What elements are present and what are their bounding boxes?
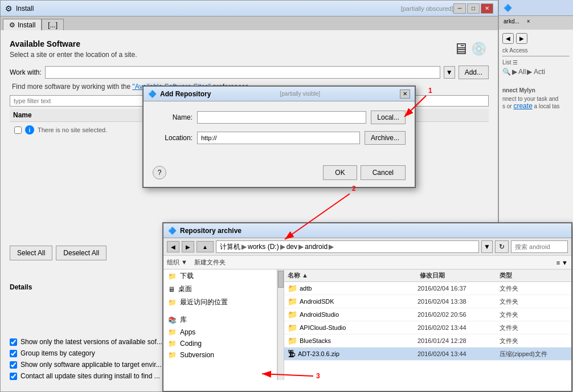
right-nav-back[interactable]: ◀ <box>502 33 514 44</box>
nav-up-button[interactable]: ▲ <box>197 241 214 252</box>
checkbox-group[interactable] <box>10 350 17 357</box>
file-row-androidstudio[interactable]: 📁 AndroidStudio 2016/02/02 20:56 文件夹 <box>284 308 571 321</box>
help-button[interactable]: ? <box>153 166 166 179</box>
info-icon: i <box>25 125 34 134</box>
file-row-androidsdk[interactable]: 📁 AndroidSDK 2016/02/04 13:38 文件夹 <box>284 295 571 308</box>
right-panel-content: ◀ ▶ ck Access List ☰ 🔍 ▶ All ▶ Acti nnec… <box>499 30 573 113</box>
list-icon-1: 🔍 <box>502 68 511 76</box>
name-input[interactable] <box>197 111 366 124</box>
add-repository-dialog: 🔷 Add Repository [partially visible] ✕ N… <box>142 85 416 188</box>
bluestacks-name: BlueStacks <box>300 337 415 344</box>
tab-install[interactable]: ⚙ Install <box>3 19 42 30</box>
dialog-action-buttons: OK Cancel <box>323 165 406 180</box>
maximize-button[interactable]: □ <box>467 3 480 14</box>
work-with-dropdown[interactable]: ▼ <box>444 66 455 79</box>
refresh-button[interactable]: ↻ <box>495 240 509 253</box>
cancel-button[interactable]: Cancel <box>361 165 406 180</box>
checkbox-target[interactable] <box>10 361 17 369</box>
install-window-title: Install <box>16 5 401 13</box>
software-sites-prefix: Find more software by working with the <box>12 83 132 91</box>
file-row-adtb[interactable]: 📁 adtb 2016/02/04 16:37 文件夹 <box>284 282 571 295</box>
dialog-close-button[interactable]: ✕ <box>400 89 410 99</box>
deselect-all-button[interactable]: Deselect All <box>56 246 107 260</box>
nav-forward-button[interactable]: ▶ <box>182 241 194 252</box>
work-with-input[interactable] <box>45 66 440 79</box>
no-site-text: There is no site selected. <box>38 126 107 133</box>
list-label-all: All <box>518 68 526 76</box>
nav-back-button[interactable]: ◀ <box>167 241 179 252</box>
right-nav-buttons: ◀ ▶ <box>502 33 570 44</box>
checkbox-group-label: Group items by category <box>21 349 95 357</box>
sidebar-library[interactable]: 📚 库 <box>163 313 277 326</box>
work-with-row: Work with: ▼ Add... <box>10 66 489 79</box>
close-button[interactable]: ✕ <box>481 3 493 14</box>
dialog-footer: ? OK Cancel <box>144 161 415 187</box>
sidebar-downloads[interactable]: 📁 下载 <box>163 270 277 283</box>
view-button[interactable]: ≡ ▼ <box>556 259 568 266</box>
sidebar-desktop[interactable]: 🖥 桌面 <box>163 283 277 296</box>
checkbox-latest[interactable] <box>10 338 17 346</box>
tab-install-label: Install <box>18 21 35 29</box>
androidstudio-date: 2016/02/02 20:56 <box>418 311 497 318</box>
desktop-label: 桌面 <box>178 284 192 294</box>
col-name-header: 名称 ▲ <box>288 271 420 280</box>
tab-bar: ⚙ Install [...] <box>1 17 498 30</box>
sidebar-coding[interactable]: 📁 Coding <box>163 338 277 349</box>
adt-zip-icon: 🗜 <box>288 349 296 358</box>
location-input[interactable] <box>197 132 360 144</box>
bluestacks-type: 文件夹 <box>500 337 568 345</box>
subversion-icon: 📁 <box>168 351 177 359</box>
connect-mylyn-text: nnect to your task and <box>502 96 570 102</box>
archive-body: 📁 下载 🖥 桌面 📁 最近访问的位置 📚 库 📁 Apps 📁 <box>163 270 571 380</box>
checkbox-contact-label: Contact all update sites during install … <box>21 372 160 380</box>
col-date-header: 修改日期 <box>420 271 500 280</box>
library-icon: 📚 <box>168 316 177 324</box>
sidebar-subversion[interactable]: 📁 Subversion <box>163 349 277 361</box>
checkboxes-section: Show only the latest versions of availab… <box>10 338 162 380</box>
new-folder-button[interactable]: 新建文件夹 <box>194 258 226 267</box>
select-all-button[interactable]: Select All <box>10 246 52 260</box>
no-site-checkbox[interactable] <box>14 126 22 134</box>
tab-extra-label: [...] <box>48 21 58 29</box>
quick-access-label: ck Access <box>502 47 570 54</box>
left-scrollbar[interactable] <box>277 270 284 380</box>
adtb-type: 文件夹 <box>500 284 568 293</box>
adtb-date: 2016/02/04 16:37 <box>418 285 497 292</box>
tab-extra[interactable]: [...] <box>42 19 64 30</box>
monitor-icon: 🖥 <box>453 39 469 58</box>
sidebar-apps[interactable]: 📁 Apps <box>163 326 277 338</box>
organize-button[interactable]: 组织 ▼ <box>167 258 187 267</box>
apicloud-type: 文件夹 <box>500 324 568 332</box>
right-tab-close[interactable]: × <box>525 16 533 30</box>
recent-label: 最近访问的位置 <box>180 297 228 307</box>
list-label-acti: ▶ Acti <box>527 68 545 76</box>
apicloud-date: 2016/02/02 13:44 <box>418 324 497 331</box>
sidebar-recent[interactable]: 📁 最近访问的位置 <box>163 296 277 309</box>
right-panel-tabs: arkd... × <box>499 16 573 30</box>
breadcrumb-dev: dev <box>286 243 297 251</box>
apicloud-name: APICloud-Studio <box>300 324 415 331</box>
list-icon-2: ▶ <box>512 68 517 76</box>
search-input[interactable] <box>511 240 568 253</box>
add-button[interactable]: Add... <box>459 66 489 79</box>
checkbox-contact[interactable] <box>10 373 17 380</box>
create-link[interactable]: create <box>513 102 532 110</box>
apps-label: Apps <box>180 328 195 336</box>
adtb-icon: 📁 <box>288 284 297 293</box>
right-nav-forward[interactable]: ▶ <box>516 33 527 44</box>
file-row-apicloud[interactable]: 📁 APICloud-Studio 2016/02/02 13:44 文件夹 <box>284 321 571 334</box>
dialog-body: Name: Local... Location: Archive... <box>144 101 415 161</box>
local-button[interactable]: Local... <box>371 111 406 124</box>
file-row-bluestacks[interactable]: 📁 BlueStacks 2016/01/24 12:28 文件夹 <box>284 334 571 348</box>
androidsdk-date: 2016/02/04 13:38 <box>418 298 497 305</box>
left-scrollbar-thumb[interactable] <box>278 271 284 288</box>
right-panel-header: 🔷 <box>499 0 573 16</box>
checkbox-row-4: Contact all update sites during install … <box>10 372 162 380</box>
archive-button[interactable]: Archive... <box>365 131 406 145</box>
adt-zip-date: 2016/02/04 13:44 <box>418 350 497 357</box>
ok-button[interactable]: OK <box>323 165 357 180</box>
right-tab-arkd[interactable]: arkd... <box>499 16 525 30</box>
path-dropdown[interactable]: ▼ <box>481 240 493 253</box>
minimize-button[interactable]: ─ <box>453 3 466 14</box>
file-row-adt-zip[interactable]: 🗜 ADT-23.0.6.zip 2016/02/04 13:44 压缩(zip… <box>284 348 571 361</box>
